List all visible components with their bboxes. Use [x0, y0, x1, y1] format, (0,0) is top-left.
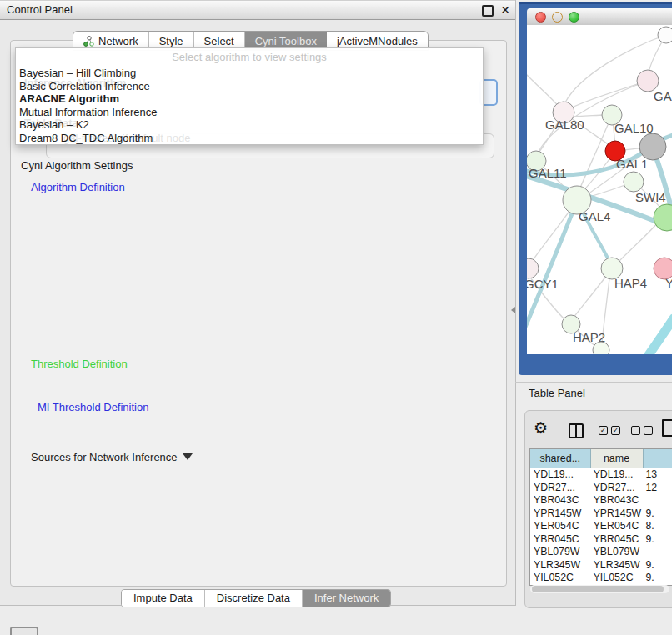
select-all-icon[interactable]: ✓	[611, 426, 620, 435]
settings-gear-icon[interactable]: ⚙	[534, 420, 548, 437]
network-window-titlebar[interactable]	[527, 8, 672, 26]
new-table-icon[interactable]	[662, 419, 672, 437]
column-header-col2[interactable]	[644, 449, 672, 468]
network-edge[interactable]	[630, 318, 672, 354]
table-cell: YER054C	[530, 520, 590, 533]
table-cell: YLR345W	[530, 559, 590, 572]
table-cell: YBL079W	[530, 546, 590, 559]
bottom-tab-impute-data[interactable]: Impute Data	[122, 590, 205, 607]
algorithm-option-aracne-algorithm[interactable]: ARACNE Algorithm	[19, 92, 479, 106]
control-panel-bottom-tabs: Impute DataDiscretize DataInfer Network	[121, 589, 391, 608]
corner-panel-stub[interactable]	[10, 627, 38, 635]
bottom-tab-discretize-data[interactable]: Discretize Data	[205, 590, 303, 607]
application-window: Control Panel ✕ NetworkStyleSelectCyni T…	[0, 0, 672, 635]
table-cell: YPR145W	[530, 508, 590, 521]
algorithm-option-bayesian-k2[interactable]: Bayesian – K2	[19, 118, 479, 132]
table-hscrollbar[interactable]	[530, 585, 669, 593]
column-header-name[interactable]: name	[591, 449, 644, 468]
table-cell: 9.	[642, 508, 672, 521]
table-row[interactable]: YIL052CYIL052C9.	[530, 572, 672, 585]
column-selector-icon[interactable]	[569, 423, 584, 438]
tab-label: Select	[204, 35, 234, 48]
table-cell: YBR043C	[530, 494, 590, 508]
table-cell: 9.	[642, 559, 672, 572]
network-node[interactable]	[639, 133, 666, 160]
node-label-gal10: GAL10	[614, 121, 654, 135]
table-cell: YDL19...	[590, 468, 643, 482]
table-cell: YDL19...	[530, 468, 590, 482]
zoom-window-icon[interactable]	[569, 12, 579, 22]
collapse-arrow-icon[interactable]	[183, 453, 193, 460]
node-label-gal4: GAL4	[579, 209, 610, 223]
network-canvas-svg: GALGAL80GAL10GAL1GAL11SWI4GAL4GCY1HAP4YH…	[527, 25, 672, 354]
threshold-definition-title: Threshold Definition	[28, 358, 130, 370]
table-row[interactable]: YDL19...YDL19...13	[530, 468, 672, 482]
close-panel-icon[interactable]: ✕	[500, 1, 510, 19]
network-node[interactable]	[654, 204, 672, 231]
network-node-swi4[interactable]	[624, 172, 644, 192]
algorithm-option-dream8-dc-tdc-algorithm[interactable]: Dream8 DC_TDC Algorithm	[19, 132, 479, 145]
table-cell: 9.	[642, 533, 672, 547]
node-label-y: Y	[665, 276, 672, 290]
tab-label: Network	[98, 35, 138, 48]
table-cell: YBR043C	[590, 494, 643, 508]
close-window-icon[interactable]	[535, 12, 546, 22]
table-cell: YDR27...	[530, 482, 590, 495]
table-cell: YPR145W	[590, 508, 643, 521]
node-label-hap4: HAP4	[614, 276, 647, 290]
table-row[interactable]: YER054CYER054C8.	[530, 520, 672, 533]
column-header-shared[interactable]: shared...	[530, 449, 591, 468]
table-cell: YIL052C	[530, 572, 590, 585]
table-cell: YBL079W	[590, 546, 643, 559]
node-label-gal11: GAL11	[529, 166, 567, 180]
algorithm-option-bayesian-hill-climbing[interactable]: Bayesian – Hill Climbing	[19, 67, 479, 80]
select-all-icon[interactable]: ✓	[599, 426, 608, 435]
algorithm-dropdown[interactable]: Inference Algorithm Table Data gal-filte…	[15, 48, 484, 145]
minimize-window-icon[interactable]	[552, 12, 563, 22]
table-cell: 13	[642, 468, 672, 482]
node-label-gal80: GAL80	[545, 118, 584, 132]
algorithm-option-basic-correlation-inference[interactable]: Basic Correlation Inference	[19, 80, 479, 93]
table-cell: YIL052C	[590, 572, 643, 585]
bottom-tab-infer-network[interactable]: Infer Network	[303, 590, 390, 607]
deselect-all-icon[interactable]	[631, 426, 640, 435]
network-edge[interactable]	[565, 35, 666, 102]
network-canvas[interactable]: GALGAL80GAL10GAL1GAL11SWI4GAL4GCY1HAP4YH…	[527, 25, 672, 354]
table-cell: 8.	[642, 520, 672, 533]
algorithm-definition-title: Algorithm Definition	[28, 181, 128, 193]
splitter-collapse-icon[interactable]	[511, 307, 515, 313]
algorithm-option-mutual-information-inference[interactable]: Mutual Information Inference	[19, 106, 479, 119]
network-node[interactable]	[593, 342, 609, 354]
table-cell	[642, 494, 672, 508]
network-node[interactable]	[658, 27, 672, 43]
table-row[interactable]: YBR045CYBR045C9.	[530, 533, 672, 547]
table-cell: YLR345W	[590, 559, 643, 572]
network-icon	[83, 36, 94, 47]
tab-label: jActiveMNodules	[337, 35, 418, 48]
table-row[interactable]: YDR27...YDR27...12	[530, 482, 672, 495]
table-row[interactable]: YBR043CYBR043C	[530, 494, 672, 508]
table-cell: YDR27...	[590, 482, 643, 495]
table-row[interactable]: YPR145WYPR145W9.	[530, 508, 672, 521]
table-row[interactable]: YLR345WYLR345W9.	[530, 559, 672, 572]
table-cell: 12	[642, 482, 672, 495]
table-cell: YBR045C	[530, 533, 590, 547]
network-edge[interactable]	[527, 75, 559, 107]
table-cell: YER054C	[590, 520, 643, 533]
tab-label: Style	[159, 35, 183, 48]
table-body: YDL19...YDL19...13YDR27...YDR27...12YBR0…	[530, 468, 672, 585]
network-edge[interactable]	[619, 223, 657, 262]
float-panel-icon[interactable]	[482, 5, 494, 17]
table-panel-divider	[515, 382, 672, 382]
node-table[interactable]: shared...name YDL19...YDL19...13YDR27...…	[529, 448, 672, 586]
network-node-gcy1[interactable]	[527, 258, 539, 278]
control-panel-title: Control Panel	[7, 1, 73, 19]
table-header-row: shared...name	[530, 449, 672, 468]
sources-group-title[interactable]: Sources for Network Inference	[28, 451, 195, 463]
control-panel-titlebar[interactable]: Control Panel ✕	[0, 0, 515, 20]
deselect-all-icon[interactable]	[644, 426, 653, 435]
sources-title-text: Sources for Network Inference	[31, 451, 178, 463]
cyni-settings-title: Cyni Algorithm Settings	[18, 159, 135, 172]
table-row[interactable]: YBL079WYBL079W	[530, 546, 672, 559]
dropdown-items: Bayesian – Hill ClimbingBasic Correlatio…	[19, 67, 479, 144]
